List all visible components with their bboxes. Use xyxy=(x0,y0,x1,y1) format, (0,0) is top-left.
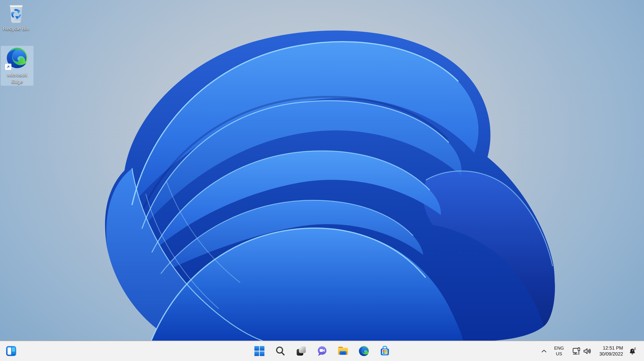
edge-shortcut-label: Microsoft Edge xyxy=(2,72,32,85)
teams-chat-icon xyxy=(317,346,328,357)
store-bag-icon xyxy=(379,346,390,357)
desktop-icon-microsoft-edge[interactable]: Microsoft Edge xyxy=(1,46,34,86)
recycle-bin-icon xyxy=(8,3,24,24)
chevron-up-icon xyxy=(542,350,546,353)
folder-icon xyxy=(337,345,349,357)
wired-network-icon xyxy=(572,347,581,355)
taskbar: ENG US xyxy=(0,341,644,361)
language-line2: US xyxy=(554,351,564,357)
recycle-bin-label: Recycle Bin xyxy=(3,25,30,32)
clock-date: 30/09/2022 xyxy=(599,351,623,357)
shortcut-arrow-icon xyxy=(6,65,10,69)
taskbar-store-button[interactable] xyxy=(378,344,392,359)
shortcut-arrow-badge xyxy=(5,64,12,70)
task-view-icon xyxy=(296,346,307,357)
bloom-wallpaper-graphic xyxy=(0,0,644,341)
clock-time: 12:51 PM xyxy=(599,345,623,351)
svg-text:z: z xyxy=(632,349,633,352)
svg-text:Z: Z xyxy=(634,347,636,351)
search-icon xyxy=(275,346,286,356)
network-volume-button[interactable] xyxy=(570,345,593,357)
language-line1: ENG xyxy=(554,345,564,351)
desktop-icon-recycle-bin[interactable]: Recycle Bin xyxy=(2,2,30,32)
taskbar-edge-button[interactable] xyxy=(356,344,371,359)
taskbar-task-view-button[interactable] xyxy=(294,344,308,359)
widgets-icon xyxy=(6,346,17,357)
taskbar-chat-button[interactable] xyxy=(315,344,330,359)
clock[interactable]: 12:51 PM 30/09/2022 xyxy=(598,344,624,358)
taskbar-widgets-button[interactable] xyxy=(4,344,18,359)
taskbar-file-explorer-button[interactable] xyxy=(336,344,350,359)
taskbar-search-button[interactable] xyxy=(273,344,288,359)
taskbar-center-buttons xyxy=(252,344,392,359)
system-tray: ENG US xyxy=(540,341,644,361)
windows-start-icon xyxy=(254,346,265,357)
edge-icon xyxy=(358,346,370,357)
show-hidden-icons-button[interactable] xyxy=(540,345,548,357)
language-switcher[interactable]: ENG US xyxy=(552,344,566,358)
taskbar-start-button[interactable] xyxy=(252,344,267,359)
notification-bell-button[interactable]: z Z xyxy=(628,345,638,357)
bell-do-not-disturb-icon: z Z xyxy=(629,347,637,355)
speaker-icon xyxy=(583,348,591,355)
windows-11-desktop: Recycle Bin Microsoft Edge xyxy=(0,0,644,361)
